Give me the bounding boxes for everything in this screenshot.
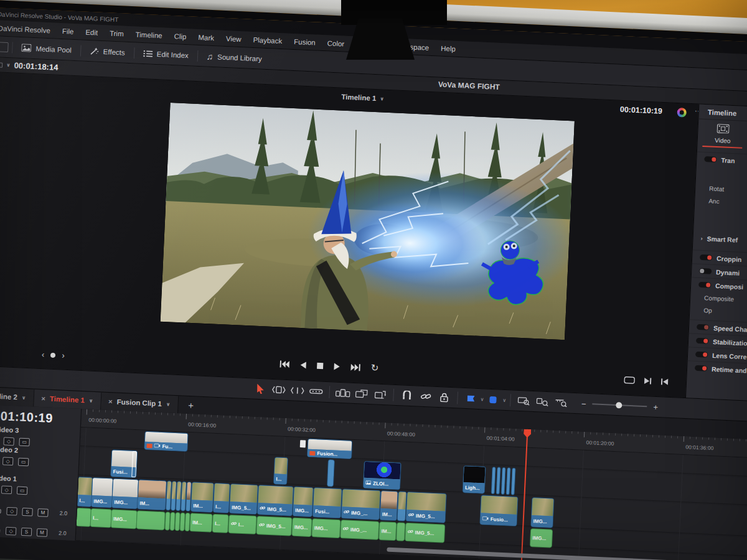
expand-icon[interactable]: › xyxy=(700,235,702,241)
tab-timeline-2[interactable]: Timeline 2∨ xyxy=(0,386,34,406)
track-enable-icon[interactable]: ▭ xyxy=(19,437,30,446)
menu-item-timeline[interactable]: Timeline xyxy=(135,30,162,39)
auto-select-icon[interactable]: ◇ xyxy=(6,506,17,515)
timeline-clip-i[interactable]: I... xyxy=(214,483,230,513)
selection-tool-button[interactable] xyxy=(250,380,270,397)
next-frame-icon[interactable] xyxy=(644,377,652,385)
menu-item-fusion[interactable]: Fusion xyxy=(294,37,316,46)
timeline-clip-zloi[interactable]: ZLOI... xyxy=(364,462,401,490)
overwrite-clip-button[interactable] xyxy=(352,385,371,402)
timeline-clip-i[interactable]: I... xyxy=(228,515,256,534)
zoom-in-button[interactable]: + xyxy=(653,402,658,411)
track-enable-icon[interactable]: ▭ xyxy=(17,486,28,495)
media-pool-button[interactable]: Media Pool xyxy=(12,37,81,61)
clip-color-icon[interactable] xyxy=(0,62,2,67)
timeline-clip-fusion[interactable]: Fusion... xyxy=(308,439,352,459)
timeline-clip-img[interactable]: IMG... xyxy=(293,487,313,516)
timeline-clip-img[interactable]: IMG... xyxy=(111,510,137,528)
cut-panel-icon[interactable] xyxy=(0,42,9,52)
timeline-clip-img[interactable]: IMG... xyxy=(312,519,340,538)
inspector-row-op[interactable]: Op xyxy=(690,303,747,320)
toggle-croppin[interactable] xyxy=(700,254,712,261)
solo-button[interactable]: S xyxy=(21,527,32,536)
timeline-clip-img-5[interactable]: IMG_5... xyxy=(405,523,444,543)
snapping-button[interactable] xyxy=(397,387,416,404)
timeline-clip[interactable] xyxy=(180,513,184,531)
color-wheel-icon[interactable] xyxy=(677,108,687,118)
transition-icon[interactable] xyxy=(300,440,306,447)
still-dot-icon[interactable] xyxy=(50,352,55,357)
go-to-end-button[interactable] xyxy=(350,363,361,371)
inspector-row-tran[interactable]: Tran xyxy=(697,152,747,170)
timeline-clip-fusi[interactable]: Fusi... xyxy=(111,450,137,477)
timeline-clip[interactable] xyxy=(327,460,334,486)
timeline-clip-img-5[interactable]: IMG_5... xyxy=(258,485,293,515)
insert-clip-button[interactable] xyxy=(333,384,352,401)
menu-item-color[interactable]: Color xyxy=(327,39,344,47)
timeline-clip-i[interactable]: I... xyxy=(212,515,228,533)
timeline-clip-im[interactable]: IM... xyxy=(379,522,396,540)
menu-item-help[interactable]: Help xyxy=(441,44,456,52)
effects-button[interactable]: Effects xyxy=(80,40,134,63)
program-viewer[interactable] xyxy=(161,103,575,340)
timeline-clip-ligh[interactable]: Ligh... xyxy=(463,466,486,493)
toggle-tran[interactable] xyxy=(704,156,716,162)
trim-edit-mode-button[interactable] xyxy=(269,381,288,398)
zoom-slider-knob[interactable] xyxy=(616,402,622,408)
timeline-clip[interactable] xyxy=(185,513,189,531)
track-enable-icon[interactable]: ▭ xyxy=(18,457,29,466)
toggle-dynami[interactable] xyxy=(699,268,712,274)
sound-library-button[interactable]: ♫ Sound Library xyxy=(197,45,271,69)
position-lock-button[interactable] xyxy=(435,389,454,406)
prev-still-icon[interactable]: ‹ xyxy=(42,350,45,359)
timeline-clip-img[interactable]: IMG... xyxy=(531,498,553,527)
auto-select-icon[interactable]: ◇ xyxy=(2,457,14,465)
timeline-clip-im[interactable]: IM... xyxy=(380,491,398,520)
timeline-clip-img[interactable]: IMG... xyxy=(292,518,311,536)
close-icon[interactable]: × xyxy=(108,398,113,405)
inspector-row-smart-ref[interactable]: ›Smart Ref xyxy=(693,231,747,250)
toggle-stabilizatio[interactable] xyxy=(696,338,708,344)
edit-index-button[interactable]: Edit Index xyxy=(134,42,198,66)
zoom-out-button[interactable]: − xyxy=(581,399,586,408)
menu-item-davinci-resolve[interactable]: DaVinci Resolve xyxy=(0,24,50,34)
detail-zoom-button[interactable] xyxy=(533,393,552,410)
flag-button[interactable] xyxy=(461,390,481,407)
full-extent-zoom-button[interactable] xyxy=(514,393,533,409)
timeline-clip-img[interactable]: IMG_... xyxy=(341,520,378,539)
timeline-clip-i[interactable]: I... xyxy=(77,477,92,506)
solo-button[interactable]: S xyxy=(22,507,33,516)
marker-chevron-icon[interactable]: ∨ xyxy=(502,397,506,403)
replace-clip-button[interactable] xyxy=(370,386,390,403)
mute-button[interactable]: M xyxy=(37,508,49,517)
timeline-clip-img-5[interactable]: IMG_5... xyxy=(230,484,258,514)
toggle-composi[interactable] xyxy=(698,282,711,288)
timeline-clip-img[interactable]: IMG... xyxy=(92,478,113,507)
linked-selection-button[interactable] xyxy=(416,388,435,404)
timeline-clip-img[interactable]: IMG... xyxy=(112,479,138,509)
auto-select-icon[interactable]: ◇ xyxy=(1,485,12,494)
timeline-clip-img[interactable]: IMG_... xyxy=(342,489,380,520)
inspector-row-anc[interactable]: Anc xyxy=(695,194,747,211)
play-reverse-button[interactable] xyxy=(299,360,307,368)
menu-item-trim[interactable]: Trim xyxy=(110,29,124,37)
stop-button[interactable] xyxy=(316,362,323,369)
marker-button[interactable] xyxy=(484,391,503,408)
track-lock-icon[interactable] xyxy=(0,505,2,516)
menu-item-view[interactable]: View xyxy=(226,35,242,43)
add-timeline-tab-button[interactable]: + xyxy=(178,396,204,414)
timeline-clip[interactable] xyxy=(165,512,169,530)
custom-zoom-button[interactable] xyxy=(552,394,571,411)
mute-button[interactable]: M xyxy=(37,528,48,537)
menu-item-file[interactable]: File xyxy=(62,27,74,35)
close-icon[interactable]: × xyxy=(41,394,45,402)
inspector-video-tab[interactable]: Video xyxy=(702,123,743,149)
track-lock-icon[interactable] xyxy=(0,525,1,536)
timeline-clip-fu[interactable]: Fu... xyxy=(144,432,187,451)
auto-select-icon[interactable]: ◇ xyxy=(3,437,14,446)
timeline-clip-i[interactable]: I... xyxy=(274,457,288,484)
timeline-clip-fusio[interactable]: Fusio... xyxy=(480,495,517,526)
timeline-clip-img[interactable]: IMG... xyxy=(530,529,552,548)
go-to-start-button[interactable] xyxy=(279,360,290,368)
auto-select-icon[interactable]: ◇ xyxy=(6,526,17,535)
